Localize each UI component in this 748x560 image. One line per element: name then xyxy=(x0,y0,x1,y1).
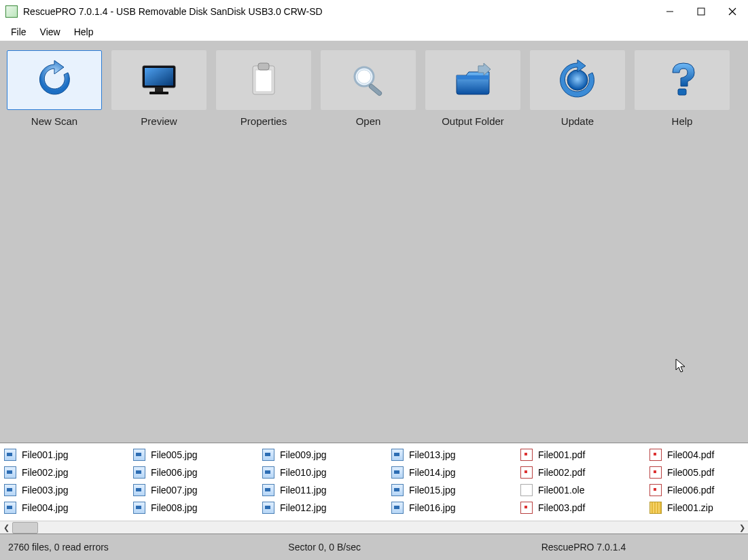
toolbar-button-label: New Scan xyxy=(7,115,102,127)
file-item[interactable]: File005.pdf xyxy=(649,464,748,481)
toolbar-properties-button[interactable]: Properties xyxy=(216,50,311,127)
menubar: File View Help xyxy=(0,23,748,41)
toolbar-button-label: Help xyxy=(635,115,730,127)
app-icon xyxy=(5,5,18,18)
file-item[interactable]: File002.jpg xyxy=(4,464,106,481)
file-jpg-icon xyxy=(391,502,404,514)
file-name: File006.pdf xyxy=(667,485,714,496)
content-area xyxy=(0,135,748,443)
file-list: File001.jpg File002.jpg File003.jpg File… xyxy=(0,443,748,534)
file-item[interactable]: File010.jpg xyxy=(262,464,364,481)
scroll-track[interactable] xyxy=(12,521,736,534)
file-item[interactable]: File001.ole xyxy=(520,481,622,499)
file-name: File003.jpg xyxy=(22,485,69,496)
toolbar-button-label: Open xyxy=(321,115,416,127)
file-zip-icon xyxy=(649,502,662,514)
file-item[interactable]: File004.pdf xyxy=(649,446,748,464)
svg-rect-16 xyxy=(678,89,686,95)
scroll-left-button[interactable]: ❮ xyxy=(0,521,12,534)
file-jpg-icon xyxy=(133,449,145,461)
file-name: File007.jpg xyxy=(151,485,198,496)
refresh-icon xyxy=(7,50,102,110)
svg-point-15 xyxy=(567,70,588,90)
file-name: File016.jpg xyxy=(409,502,456,513)
file-name: File010.jpg xyxy=(280,467,327,478)
file-name: File006.jpg xyxy=(151,467,198,478)
monitor-icon xyxy=(111,50,207,110)
file-name: File001.jpg xyxy=(22,449,69,460)
file-name: File003.pdf xyxy=(538,502,585,513)
file-item[interactable]: File002.pdf xyxy=(520,464,622,481)
minimize-button[interactable] xyxy=(654,0,685,23)
toolbar: New Scan Preview Properties Open Output … xyxy=(0,41,748,135)
toolbar-update-button[interactable]: Update xyxy=(530,50,625,127)
horizontal-scrollbar[interactable]: ❮ ❯ xyxy=(0,521,748,534)
file-name: File009.jpg xyxy=(280,449,327,460)
titlebar[interactable]: RescuePRO 7.0.1.4 - USB Removable Disk S… xyxy=(0,0,748,23)
search-icon xyxy=(321,50,416,110)
file-jpg-icon xyxy=(133,502,145,514)
file-item[interactable]: File003.pdf xyxy=(520,499,622,517)
file-item[interactable]: File014.jpg xyxy=(391,464,493,481)
file-item[interactable]: File005.jpg xyxy=(133,446,235,464)
menu-view[interactable]: View xyxy=(33,25,67,39)
file-jpg-icon xyxy=(133,466,145,479)
file-item[interactable]: File009.jpg xyxy=(262,446,364,464)
file-name: File008.jpg xyxy=(151,502,198,513)
toolbar-button-label: Preview xyxy=(111,115,207,127)
file-pdf-icon xyxy=(520,502,533,514)
file-name: File002.pdf xyxy=(538,467,585,478)
toolbar-open-button[interactable]: Open xyxy=(321,50,416,127)
file-name: File005.jpg xyxy=(151,449,198,460)
maximize-button[interactable] xyxy=(685,0,717,23)
toolbar-help-button[interactable]: Help xyxy=(635,50,730,127)
file-item[interactable]: File015.jpg xyxy=(391,481,493,499)
file-jpg-icon xyxy=(262,449,274,461)
scroll-right-button[interactable]: ❯ xyxy=(736,521,748,534)
file-name: File014.jpg xyxy=(409,467,456,478)
file-item[interactable]: File008.jpg xyxy=(133,499,235,517)
menu-file[interactable]: File xyxy=(4,25,33,39)
file-name: File002.jpg xyxy=(22,467,69,478)
toolbar-output-folder-button[interactable]: Output Folder xyxy=(425,50,520,127)
file-pdf-icon xyxy=(520,449,533,461)
file-jpg-icon xyxy=(391,466,404,479)
toolbar-button-label: Properties xyxy=(216,115,311,127)
toolbar-new-scan-button[interactable]: New Scan xyxy=(7,50,102,127)
file-name: File001.zip xyxy=(667,502,713,513)
file-item[interactable]: File003.jpg xyxy=(4,481,106,499)
file-name: File013.jpg xyxy=(409,449,456,460)
statusbar: 2760 files, 0 read errors Sector 0, 0 B/… xyxy=(0,534,748,560)
file-jpg-icon xyxy=(4,484,16,496)
file-name: File015.jpg xyxy=(409,485,456,496)
file-item[interactable]: File006.jpg xyxy=(133,464,235,481)
file-name: File004.jpg xyxy=(22,502,69,513)
file-item[interactable]: File013.jpg xyxy=(391,446,493,464)
file-item[interactable]: File001.pdf xyxy=(520,446,622,464)
file-jpg-icon xyxy=(262,502,274,514)
update-icon xyxy=(530,50,625,110)
file-jpg-icon xyxy=(391,484,404,496)
file-item[interactable]: File016.jpg xyxy=(391,499,493,517)
menu-help[interactable]: Help xyxy=(67,25,101,39)
status-sector: Sector 0, 0 B/sec xyxy=(207,542,486,553)
svg-point-13 xyxy=(357,70,371,83)
close-button[interactable] xyxy=(717,0,748,23)
file-jpg-icon xyxy=(262,466,274,479)
file-name: File004.pdf xyxy=(667,449,714,460)
file-pdf-icon xyxy=(649,449,662,461)
file-item[interactable]: File001.jpg xyxy=(4,446,106,464)
file-item[interactable]: File007.jpg xyxy=(133,481,235,499)
file-item[interactable]: File006.pdf xyxy=(649,481,748,499)
scroll-thumb[interactable] xyxy=(12,522,38,534)
file-item[interactable]: File012.jpg xyxy=(262,499,364,517)
file-item[interactable]: File001.zip xyxy=(649,499,748,517)
file-item[interactable]: File011.jpg xyxy=(262,481,364,499)
toolbar-button-label: Output Folder xyxy=(425,115,520,127)
file-item[interactable]: File004.jpg xyxy=(4,499,106,517)
file-jpg-icon xyxy=(262,484,274,496)
status-files: 2760 files, 0 read errors xyxy=(8,542,207,553)
toolbar-preview-button[interactable]: Preview xyxy=(111,50,207,127)
window-title: RescuePRO 7.0.1.4 - USB Removable Disk S… xyxy=(23,6,323,17)
help-icon xyxy=(635,50,730,110)
